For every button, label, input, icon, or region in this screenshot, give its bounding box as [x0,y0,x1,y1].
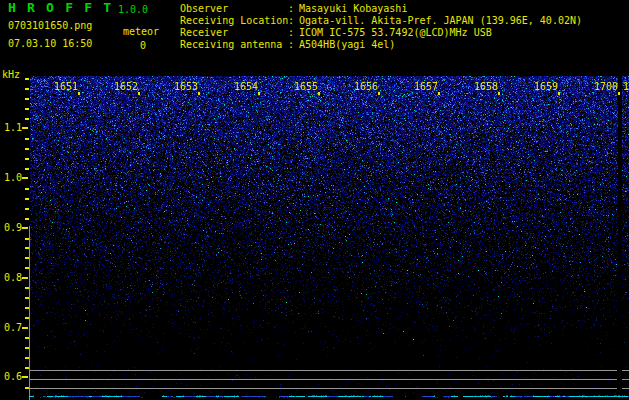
freq-minor-tick [25,98,29,100]
freq-minor-tick [25,367,29,369]
time-label: 1700 [594,81,618,93]
app-version: 1.0.0 [118,4,148,16]
freq-major-tick [22,177,28,179]
freq-minor-tick [25,118,29,120]
time-tick [318,92,320,95]
freq-minor-tick [25,247,29,249]
meteor-count: 0 [140,40,146,52]
freq-label: 1.1 [0,122,22,134]
info-line-antenna: Receiving antenna:A504HB(yagi 4el) [180,39,395,51]
time-tick [438,92,440,95]
info-value: Ogata-vill. Akita-Pref. JAPAN (139.96E, … [299,15,582,26]
freq-minor-tick [25,297,29,299]
freq-label: 0.6 [0,371,22,383]
freq-axis-unit: kHz [2,69,20,81]
time-label: 1655 [294,81,318,93]
datetime-label: 07.03.10 16:50 [8,38,92,50]
freq-major-tick [22,127,28,129]
time-tick [618,92,620,95]
freq-minor-tick [25,347,29,349]
freq-label: 0.8 [0,272,22,284]
time-label: 1652 [114,81,138,93]
app-title: H R O F F T [8,2,113,14]
freq-minor-tick [25,198,29,200]
freq-minor-tick [25,88,29,90]
freq-minor-tick [25,108,29,110]
time-tick [558,92,560,95]
spectrogram-noise [29,76,629,400]
freq-label: 0.9 [0,222,22,234]
time-label: 1657 [414,81,438,93]
freq-major-tick [22,277,28,279]
freq-minor-tick [25,138,29,140]
info-label: Receiver [180,27,288,39]
info-label: Receiving antenna [180,39,288,51]
freq-minor-tick [25,337,29,339]
freq-minor-tick [25,208,29,210]
time-tick [198,92,200,95]
info-value: ICOM IC-575 53.7492(@LCD)MHz USB [299,27,492,38]
time-label: 1659 [534,81,558,93]
freq-minor-tick [25,357,29,359]
colon: : [288,15,294,26]
time-label: 1658 [474,81,498,93]
mode-label: meteor [123,26,159,38]
colon: : [288,39,294,50]
freq-major-tick [22,227,28,229]
freq-label: 0.7 [0,322,22,334]
freq-minor-tick [25,188,29,190]
freq-minor-tick [25,267,29,269]
freq-minor-tick [25,287,29,289]
info-line-observer: Observer:Masayuki Kobayashi [180,3,407,15]
time-label: 1653 [174,81,198,93]
freq-minor-tick [25,158,29,160]
freq-minor-tick [25,317,29,319]
time-tick [138,92,140,95]
freq-minor-tick [25,78,29,80]
info-line-receiver: Receiver:ICOM IC-575 53.7492(@LCD)MHz US… [180,27,492,39]
freq-minor-tick [25,238,29,240]
info-value: A504HB(yagi 4el) [299,39,395,50]
time-tick [498,92,500,95]
freq-major-tick [22,327,28,329]
freq-minor-tick [25,387,29,389]
info-value: Masayuki Kobayashi [299,3,407,14]
hrofft-window: H R O F F T 1.0.0 0703101650.png meteor … [0,0,629,400]
time-tick [258,92,260,95]
time-tick [78,92,80,95]
time-label: 1656 [354,81,378,93]
freq-minor-tick [25,218,29,220]
freq-minor-tick [25,168,29,170]
colon: : [288,27,294,38]
info-label: Observer [180,3,288,15]
next-frame-time-label: 1701 [623,81,629,93]
freq-major-tick [22,376,28,378]
freq-minor-tick [25,307,29,309]
info-line-location: Receiving Location:Ogata-vill. Akita-Pre… [180,15,582,27]
freq-minor-tick [25,257,29,259]
freq-minor-tick [25,148,29,150]
freq-label: 1.0 [0,172,22,184]
time-label: 1654 [234,81,258,93]
info-label: Receiving Location [180,15,288,27]
time-tick [378,92,380,95]
colon: : [288,3,294,14]
file-name: 0703101650.png [8,20,92,32]
time-label: 1651 [54,81,78,93]
